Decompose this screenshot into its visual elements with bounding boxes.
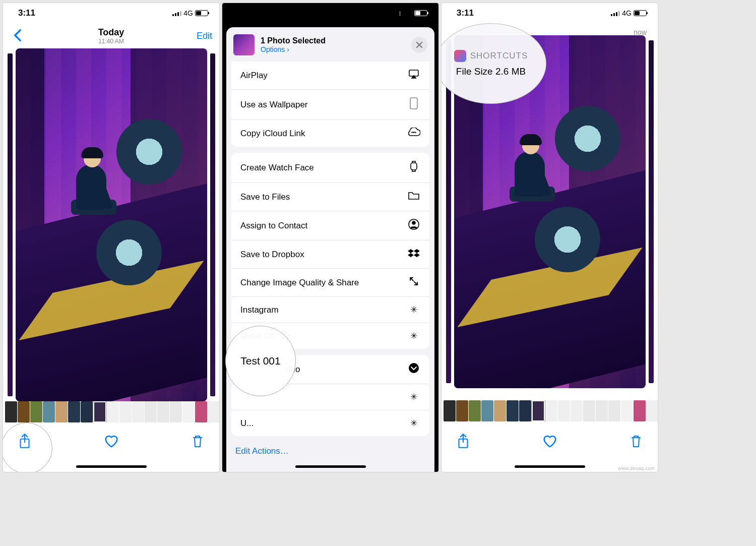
- share-action[interactable]: Change Image Quality & Share: [231, 268, 429, 296]
- thumbnail[interactable]: [5, 401, 17, 422]
- status-time: 3:11: [457, 8, 474, 18]
- svg-rect-2: [410, 98, 417, 109]
- share-action[interactable]: Copy iCloud Link: [231, 119, 429, 147]
- close-button[interactable]: [411, 37, 427, 53]
- thumbnail[interactable]: [596, 400, 608, 421]
- thumbnail[interactable]: [195, 401, 207, 422]
- thumbnail[interactable]: [145, 401, 157, 422]
- thumbnail[interactable]: [558, 400, 570, 421]
- shortcuts-app-icon: [454, 50, 466, 62]
- home-indicator: [295, 465, 366, 468]
- chevron-down-circle-icon: [407, 362, 420, 376]
- thumbnail[interactable]: [107, 401, 119, 422]
- thumbnail[interactable]: [81, 401, 93, 422]
- thumbnail[interactable]: [621, 400, 633, 421]
- thumbnail[interactable]: [444, 400, 456, 421]
- favorite-button[interactable]: [542, 434, 557, 449]
- edit-actions-link[interactable]: Edit Actions…: [226, 439, 434, 463]
- watermark: www.deuaq.com: [618, 466, 655, 471]
- prev-photo-edge[interactable]: [446, 40, 451, 383]
- share-action-label: Change Image Quality & Share: [240, 278, 359, 288]
- thumbnail[interactable]: [43, 401, 55, 422]
- share-action[interactable]: Instagram✳︎: [231, 296, 429, 323]
- thumbnail[interactable]: [494, 400, 506, 421]
- thumbnail[interactable]: [208, 401, 219, 422]
- edit-button[interactable]: Edit: [182, 31, 212, 41]
- thumbnail[interactable]: [93, 401, 106, 422]
- signal-icon: [172, 10, 181, 16]
- thumbnail[interactable]: [30, 401, 42, 422]
- share-action-label: AirPlay: [240, 71, 268, 81]
- next-photo-edge[interactable]: [210, 53, 215, 396]
- home-indicator: [76, 465, 147, 468]
- share-action[interactable]: Save to Dropbox: [231, 240, 429, 268]
- thumbnail[interactable]: [519, 400, 531, 421]
- thumbnail[interactable]: [132, 401, 144, 422]
- action-group: deo ✳︎ U... ✳︎: [231, 355, 429, 436]
- thumbnail[interactable]: [182, 401, 195, 422]
- thumbnail[interactable]: [583, 400, 595, 421]
- trash-button[interactable]: [628, 434, 644, 449]
- share-action-label: Save to Dropbox: [240, 250, 304, 260]
- notification-message: File Size 2.6 MB: [456, 66, 526, 77]
- thumbnail[interactable]: [469, 400, 481, 421]
- thumbnail[interactable]: [571, 400, 583, 421]
- photo-main[interactable]: [16, 48, 207, 401]
- instagram-icon: ✳︎: [407, 305, 420, 315]
- airplay-icon: [407, 69, 420, 82]
- share-action-shortcut2[interactable]: U... ✳︎: [231, 410, 429, 436]
- share-action-label: Instagram: [240, 305, 279, 315]
- share-action-label: Assign to Contact: [240, 221, 307, 231]
- nav-title: Today: [40, 27, 182, 38]
- thumbnail[interactable]: [119, 401, 132, 422]
- share-action-partial[interactable]: deo: [231, 355, 429, 384]
- trash-button[interactable]: [190, 434, 205, 449]
- share-title: 1 Photo Selected: [261, 36, 405, 45]
- thumbnail[interactable]: [68, 401, 80, 422]
- thumbnail[interactable]: [157, 401, 169, 422]
- thumbnail[interactable]: [608, 400, 620, 421]
- create-watch-face-icon: [407, 160, 420, 175]
- share-button[interactable]: [456, 434, 471, 449]
- home-indicator: [515, 465, 585, 468]
- share-action[interactable]: Make Gif✳︎: [231, 323, 429, 349]
- thumbnail[interactable]: [545, 400, 557, 421]
- share-action-label: Save to Files: [240, 192, 290, 202]
- thumbnail[interactable]: [481, 400, 493, 421]
- share-thumbnail: [233, 34, 255, 55]
- nav-subtitle: 11:40 AM: [40, 38, 182, 45]
- nav-bar: Today 11:40 AM Edit: [3, 23, 219, 48]
- thumbnail[interactable]: [170, 401, 182, 422]
- share-action[interactable]: Use as Wallpaper: [231, 89, 429, 119]
- thumbnail[interactable]: [507, 400, 519, 421]
- thumbnail[interactable]: [634, 400, 646, 421]
- share-action-shortcut[interactable]: ✳︎: [231, 384, 429, 410]
- notification-app-name: SHORTCUTS: [470, 51, 528, 61]
- svg-point-5: [412, 221, 415, 224]
- share-sheet: 1 Photo Selected Options › AirPlayUse as…: [226, 27, 434, 472]
- thumbnail-strip[interactable]: [442, 400, 658, 421]
- share-action-label: Make Gif: [240, 331, 275, 341]
- thumbnail[interactable]: [55, 401, 68, 422]
- thumbnail[interactable]: [646, 400, 658, 421]
- share-action[interactable]: Assign to Contact: [231, 211, 429, 240]
- shortcut-run-icon: ✳︎: [407, 392, 420, 402]
- prev-photo-edge[interactable]: [8, 53, 13, 396]
- status-network: 4G: [622, 9, 632, 17]
- share-options-link[interactable]: Options ›: [261, 45, 405, 53]
- thumbnail[interactable]: [18, 401, 30, 422]
- favorite-button[interactable]: [104, 434, 119, 449]
- thumbnail-strip[interactable]: [3, 401, 219, 422]
- share-button[interactable]: [17, 434, 32, 449]
- share-action[interactable]: AirPlay: [231, 62, 429, 89]
- status-bar: 3:11 4G: [442, 3, 658, 23]
- back-button[interactable]: [10, 28, 25, 43]
- battery-icon: [414, 10, 427, 16]
- thumbnail[interactable]: [456, 400, 468, 421]
- share-action[interactable]: Save to Files: [231, 183, 429, 211]
- next-photo-edge[interactable]: [649, 40, 654, 383]
- assign-to-contact-icon: [407, 219, 420, 232]
- thumbnail[interactable]: [532, 400, 545, 421]
- shortcut-run-icon: ✳︎: [407, 418, 420, 429]
- share-action[interactable]: Create Watch Face: [231, 153, 429, 183]
